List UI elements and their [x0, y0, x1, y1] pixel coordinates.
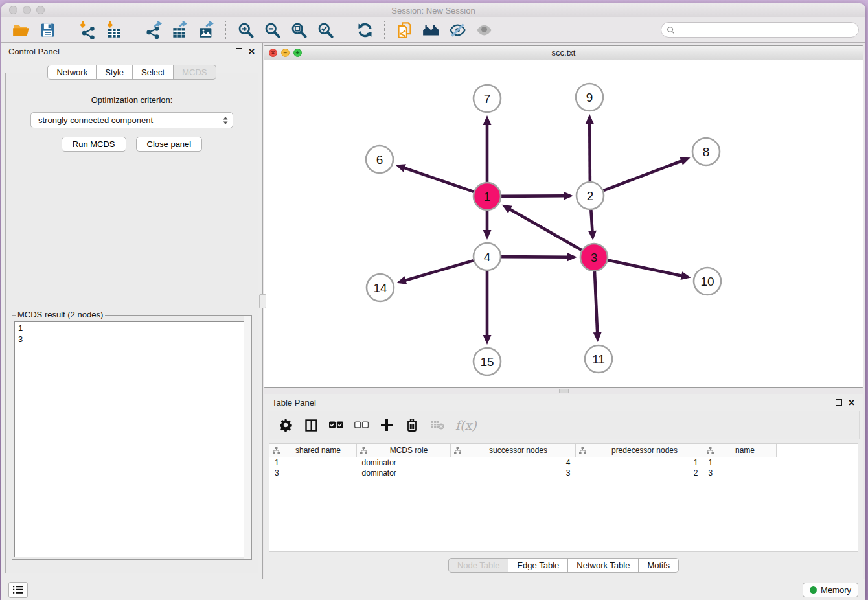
network-maximize-icon[interactable]: + [293, 49, 302, 57]
duplicate-network-icon[interactable] [396, 21, 413, 39]
table-panel: Table Panel ✕ [264, 394, 863, 579]
export-image-icon[interactable] [198, 21, 215, 39]
table-panel-float-icon[interactable] [836, 399, 842, 406]
arrowhead-1-6 [396, 164, 406, 172]
task-history-button[interactable] [8, 582, 28, 598]
cell-MCDS-role[interactable]: dominator [357, 457, 451, 468]
column-header-name[interactable]: name [703, 444, 777, 457]
edge-1-2[interactable] [501, 196, 565, 196]
import-table-icon[interactable] [105, 21, 122, 39]
tab-style[interactable]: Style [97, 65, 133, 80]
search-input[interactable] [678, 25, 853, 35]
import-network-icon[interactable] [78, 21, 96, 39]
home-networks-icon[interactable] [422, 21, 440, 39]
open-file-icon[interactable] [12, 21, 30, 39]
delete-table-icon-disabled [430, 418, 444, 432]
save-session-icon[interactable] [39, 21, 56, 39]
control-panel-close-icon[interactable]: ✕ [248, 47, 255, 56]
cell-shared-name[interactable]: 1 [269, 457, 357, 468]
hide-graphics-details-icon[interactable] [449, 21, 466, 39]
zoom-selected-icon[interactable] [317, 21, 334, 39]
table-row[interactable]: 3dominator323 [269, 468, 777, 478]
cell-predecessor-nodes[interactable]: 2 [576, 468, 703, 478]
network-close-icon[interactable]: × [269, 49, 277, 57]
node-label-14: 14 [373, 281, 387, 295]
panel-splitter-grip[interactable] [259, 294, 266, 308]
table-tab-network-table[interactable]: Network Table [568, 558, 639, 573]
control-panel-float-icon[interactable] [236, 48, 242, 54]
deselect-all-checkboxes-icon[interactable] [354, 418, 369, 432]
cell-predecessor-nodes[interactable]: 1 [576, 457, 703, 468]
result-scrollbar[interactable] [244, 316, 251, 559]
select-all-checkboxes-icon[interactable] [329, 418, 343, 432]
run-mcds-button[interactable]: Run MCDS [62, 137, 126, 152]
table-row[interactable]: 1dominator411 [269, 457, 777, 468]
edge-2-9[interactable] [589, 122, 590, 181]
arrowhead-2-9 [586, 114, 594, 124]
mcds-result-list[interactable]: 1 3 [14, 321, 249, 557]
show-graphics-details-icon[interactable] [475, 21, 493, 39]
zoom-in-icon[interactable] [237, 21, 255, 39]
network-minimize-icon[interactable]: − [281, 49, 290, 57]
search-icon [667, 26, 675, 34]
refresh-view-icon[interactable] [356, 21, 374, 39]
table-panel-close-icon[interactable]: ✕ [848, 398, 855, 407]
list-icon [13, 585, 23, 594]
arrowhead-1-2 [564, 192, 573, 200]
minimize-window-button[interactable] [23, 6, 31, 14]
toolbar-separator [225, 21, 227, 39]
cell-name[interactable]: 3 [703, 468, 777, 478]
arrowhead-1-7 [483, 115, 492, 125]
table-settings-gear-icon[interactable] [279, 418, 293, 432]
edge-3-1[interactable] [508, 209, 582, 250]
tab-select[interactable]: Select [133, 65, 174, 80]
edge-1-6[interactable] [403, 167, 474, 192]
zoom-fit-icon[interactable] [290, 21, 308, 39]
delete-row-trash-icon[interactable] [405, 418, 419, 432]
network-canvas[interactable]: 7968124314101511 [264, 60, 863, 387]
cell-shared-name[interactable]: 3 [269, 468, 357, 478]
cell-successor-nodes[interactable]: 4 [451, 457, 576, 468]
edge-2-8[interactable] [604, 160, 683, 190]
export-table-icon[interactable] [171, 21, 188, 39]
table-tab-motifs[interactable]: Motifs [639, 558, 679, 573]
search-box[interactable] [661, 22, 859, 38]
edge-4-3[interactable] [501, 257, 569, 257]
add-row-plus-icon[interactable] [380, 418, 394, 432]
window-controls [9, 6, 45, 14]
arrowhead-2-3 [588, 231, 597, 240]
tab-mcds[interactable]: MCDS [174, 65, 216, 80]
zoom-window-button[interactable] [36, 6, 45, 14]
column-header-MCDS-role[interactable]: MCDS role [357, 444, 451, 457]
mcds-panel: Optimization criterion: strongly connect… [5, 73, 258, 573]
close-window-button[interactable] [9, 6, 17, 14]
node-label-3: 3 [591, 251, 598, 264]
network-view-frame: × − + scc.txt 7968124314101511 [264, 45, 863, 388]
table-tab-edge-table[interactable]: Edge Table [508, 558, 568, 573]
arrowhead-4-14 [396, 276, 407, 284]
column-layout-icon[interactable] [304, 418, 318, 432]
criterion-selected-value: strongly connected component [38, 115, 221, 125]
edge-2-3[interactable] [591, 210, 592, 233]
hierarchy-icon [579, 447, 586, 454]
network-frame-titlebar: × − + scc.txt [264, 46, 863, 60]
cell-MCDS-role[interactable]: dominator [357, 468, 451, 478]
tab-network[interactable]: Network [47, 65, 97, 80]
app-window: Session: New Session [1, 3, 865, 600]
cell-successor-nodes[interactable]: 3 [451, 468, 576, 478]
criterion-select[interactable]: strongly connected component [30, 112, 233, 128]
table-tab-node-table[interactable]: Node Table [448, 558, 509, 573]
column-header-successor-nodes[interactable]: successor nodes [451, 444, 576, 457]
edge-3-11[interactable] [595, 271, 597, 334]
control-panel: Control Panel ✕ NetworkStyleSelectMCDS O… [1, 43, 263, 579]
column-header-shared-name[interactable]: shared name [269, 444, 357, 457]
export-network-icon[interactable] [144, 21, 162, 39]
column-header-predecessor-nodes[interactable]: predecessor nodes [576, 444, 703, 457]
close-panel-button[interactable]: Close panel [136, 137, 203, 152]
zoom-out-icon[interactable] [264, 21, 281, 39]
edge-4-14[interactable] [404, 260, 473, 281]
horizontal-splitter-grip[interactable] [559, 389, 569, 393]
cell-name[interactable]: 1 [703, 457, 777, 468]
memory-button[interactable]: Memory [803, 583, 858, 597]
edge-3-10[interactable] [608, 260, 683, 277]
